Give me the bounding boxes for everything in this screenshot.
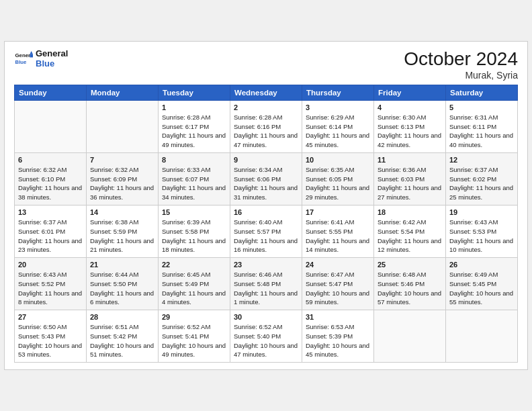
day-info: Sunrise: 6:32 AMSunset: 6:10 PMDaylight:…: [18, 165, 83, 202]
day-number: 15: [162, 208, 226, 216]
day-info: Sunrise: 6:45 AMSunset: 5:49 PMDaylight:…: [162, 270, 226, 307]
day-info: Sunrise: 6:30 AMSunset: 6:13 PMDaylight:…: [378, 113, 442, 150]
day-number: 9: [234, 156, 298, 164]
day-info: Sunrise: 6:47 AMSunset: 5:47 PMDaylight:…: [306, 270, 370, 307]
day-number: 23: [234, 261, 298, 269]
day-info: Sunrise: 6:31 AMSunset: 6:11 PMDaylight:…: [449, 113, 514, 150]
week-row-4: 20Sunrise: 6:43 AMSunset: 5:52 PMDayligh…: [15, 258, 518, 310]
day-cell: [446, 310, 518, 363]
day-number: 24: [306, 261, 370, 269]
day-cell: 4Sunrise: 6:30 AMSunset: 6:13 PMDaylight…: [374, 100, 446, 152]
day-number: 17: [306, 208, 370, 216]
day-cell: 17Sunrise: 6:41 AMSunset: 5:55 PMDayligh…: [302, 205, 374, 257]
day-info: Sunrise: 6:51 AMSunset: 5:42 PMDaylight:…: [90, 322, 154, 359]
day-info: Sunrise: 6:36 AMSunset: 6:03 PMDaylight:…: [378, 165, 442, 202]
day-cell: 7Sunrise: 6:32 AMSunset: 6:09 PMDaylight…: [87, 152, 159, 205]
day-cell: 6Sunrise: 6:32 AMSunset: 6:10 PMDaylight…: [15, 152, 87, 205]
day-number: 21: [90, 261, 154, 269]
week-row-5: 27Sunrise: 6:50 AMSunset: 5:43 PMDayligh…: [15, 310, 518, 363]
day-number: 30: [234, 313, 298, 321]
logo-text-blue: Blue: [36, 58, 68, 69]
day-info: Sunrise: 6:40 AMSunset: 5:57 PMDaylight:…: [234, 218, 298, 255]
day-number: 13: [18, 208, 83, 216]
weekday-sunday: Sunday: [15, 85, 87, 100]
day-number: 4: [378, 103, 442, 111]
day-number: 8: [162, 156, 226, 164]
day-cell: 24Sunrise: 6:47 AMSunset: 5:47 PMDayligh…: [302, 258, 374, 310]
day-info: Sunrise: 6:44 AMSunset: 5:50 PMDaylight:…: [90, 270, 154, 307]
day-info: Sunrise: 6:32 AMSunset: 6:09 PMDaylight:…: [90, 165, 154, 202]
day-cell: 23Sunrise: 6:46 AMSunset: 5:48 PMDayligh…: [230, 258, 302, 310]
day-number: 5: [449, 103, 514, 111]
weekday-wednesday: Wednesday: [230, 85, 302, 100]
day-number: 12: [449, 156, 514, 164]
day-number: 16: [234, 208, 298, 216]
day-number: 26: [449, 261, 514, 269]
day-number: 11: [378, 156, 442, 164]
day-cell: 2Sunrise: 6:28 AMSunset: 6:16 PMDaylight…: [230, 100, 302, 152]
day-info: Sunrise: 6:49 AMSunset: 5:45 PMDaylight:…: [449, 270, 514, 307]
day-info: Sunrise: 6:38 AMSunset: 5:59 PMDaylight:…: [90, 218, 154, 255]
day-cell: 25Sunrise: 6:48 AMSunset: 5:46 PMDayligh…: [374, 258, 446, 310]
day-cell: 28Sunrise: 6:51 AMSunset: 5:42 PMDayligh…: [87, 310, 159, 363]
weekday-saturday: Saturday: [446, 85, 518, 100]
calendar-container: General Blue General Blue October 2024 M…: [4, 41, 528, 370]
day-info: Sunrise: 6:28 AMSunset: 6:16 PMDaylight:…: [234, 113, 298, 150]
day-number: 25: [378, 261, 442, 269]
calendar-body: 1Sunrise: 6:28 AMSunset: 6:17 PMDaylight…: [15, 100, 518, 362]
day-number: 2: [234, 103, 298, 111]
day-number: 28: [90, 313, 154, 321]
day-info: Sunrise: 6:50 AMSunset: 5:43 PMDaylight:…: [18, 322, 83, 359]
day-number: 3: [306, 103, 370, 111]
day-cell: [374, 310, 446, 363]
day-cell: 3Sunrise: 6:29 AMSunset: 6:14 PMDaylight…: [302, 100, 374, 152]
day-cell: 5Sunrise: 6:31 AMSunset: 6:11 PMDaylight…: [446, 100, 518, 152]
svg-text:Blue: Blue: [15, 59, 28, 65]
day-number: 29: [162, 313, 226, 321]
day-cell: 13Sunrise: 6:37 AMSunset: 6:01 PMDayligh…: [15, 205, 87, 257]
day-cell: 18Sunrise: 6:42 AMSunset: 5:54 PMDayligh…: [374, 205, 446, 257]
day-info: Sunrise: 6:39 AMSunset: 5:58 PMDaylight:…: [162, 218, 226, 255]
day-cell: 21Sunrise: 6:44 AMSunset: 5:50 PMDayligh…: [87, 258, 159, 310]
day-info: Sunrise: 6:37 AMSunset: 6:02 PMDaylight:…: [449, 165, 514, 202]
day-number: 7: [90, 156, 154, 164]
logo-text-general: General: [36, 48, 68, 59]
weekday-monday: Monday: [87, 85, 159, 100]
day-cell: [87, 100, 159, 152]
day-info: Sunrise: 6:42 AMSunset: 5:54 PMDaylight:…: [378, 218, 442, 255]
day-info: Sunrise: 6:37 AMSunset: 6:01 PMDaylight:…: [18, 218, 83, 255]
day-info: Sunrise: 6:48 AMSunset: 5:46 PMDaylight:…: [378, 270, 442, 307]
day-info: Sunrise: 6:28 AMSunset: 6:17 PMDaylight:…: [162, 113, 226, 150]
day-cell: 12Sunrise: 6:37 AMSunset: 6:02 PMDayligh…: [446, 152, 518, 205]
weekday-thursday: Thursday: [302, 85, 374, 100]
day-cell: 15Sunrise: 6:39 AMSunset: 5:58 PMDayligh…: [159, 205, 230, 257]
day-number: 22: [162, 261, 226, 269]
day-number: 31: [306, 313, 370, 321]
day-info: Sunrise: 6:52 AMSunset: 5:40 PMDaylight:…: [234, 322, 298, 359]
day-cell: 16Sunrise: 6:40 AMSunset: 5:57 PMDayligh…: [230, 205, 302, 257]
header-section: General Blue General Blue October 2024 M…: [14, 48, 518, 81]
location: Murak, Syria: [404, 70, 518, 81]
day-number: 10: [306, 156, 370, 164]
day-info: Sunrise: 6:29 AMSunset: 6:14 PMDaylight:…: [306, 113, 370, 150]
day-cell: 10Sunrise: 6:35 AMSunset: 6:05 PMDayligh…: [302, 152, 374, 205]
day-number: 6: [18, 156, 83, 164]
day-cell: 29Sunrise: 6:52 AMSunset: 5:41 PMDayligh…: [159, 310, 230, 363]
logo-icon: General Blue: [14, 49, 33, 68]
weekday-header-row: SundayMondayTuesdayWednesdayThursdayFrid…: [15, 85, 518, 100]
month-title: October 2024: [404, 48, 518, 70]
weekday-friday: Friday: [374, 85, 446, 100]
day-cell: 20Sunrise: 6:43 AMSunset: 5:52 PMDayligh…: [15, 258, 87, 310]
day-cell: 9Sunrise: 6:34 AMSunset: 6:06 PMDaylight…: [230, 152, 302, 205]
day-cell: 19Sunrise: 6:43 AMSunset: 5:53 PMDayligh…: [446, 205, 518, 257]
day-cell: 30Sunrise: 6:52 AMSunset: 5:40 PMDayligh…: [230, 310, 302, 363]
day-info: Sunrise: 6:43 AMSunset: 5:53 PMDaylight:…: [449, 218, 514, 255]
day-cell: 22Sunrise: 6:45 AMSunset: 5:49 PMDayligh…: [159, 258, 230, 310]
day-cell: 11Sunrise: 6:36 AMSunset: 6:03 PMDayligh…: [374, 152, 446, 205]
day-info: Sunrise: 6:34 AMSunset: 6:06 PMDaylight:…: [234, 165, 298, 202]
logo: General Blue General Blue: [14, 48, 68, 69]
calendar-grid: SundayMondayTuesdayWednesdayThursdayFrid…: [14, 85, 518, 363]
day-cell: 26Sunrise: 6:49 AMSunset: 5:45 PMDayligh…: [446, 258, 518, 310]
day-number: 20: [18, 261, 83, 269]
day-number: 19: [449, 208, 514, 216]
